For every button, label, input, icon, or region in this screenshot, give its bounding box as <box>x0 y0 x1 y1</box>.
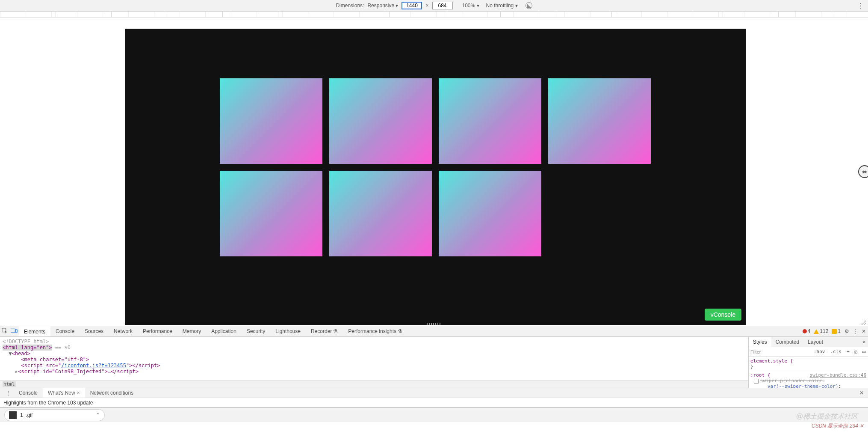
elements-dom-tree[interactable]: <!DOCTYPE html> <html lang="en"> == $0 ▼… <box>0 337 748 380</box>
file-thumb-icon <box>9 411 17 419</box>
download-shelf: 1_.gif ⌃ <box>0 407 868 422</box>
drawer-tab-whats-new[interactable]: What's New× <box>43 388 85 398</box>
devtools-tab-bar: Elements Console Sources Network Perform… <box>0 326 868 337</box>
warning-count-badge[interactable]: 112 <box>814 328 828 334</box>
devtools-drawer-tabs: ⋮ Console What's New× Network conditions… <box>0 388 868 398</box>
settings-gear-icon[interactable]: ⚙ <box>842 328 851 334</box>
gradient-tile <box>548 78 651 164</box>
devtools-body: <!DOCTYPE html> <html lang="en"> == $0 ▼… <box>0 337 868 388</box>
tab-recorder[interactable]: Recorder⚗ <box>306 326 343 336</box>
inspect-icon[interactable] <box>0 328 9 335</box>
cls-chip[interactable]: .cls <box>828 349 844 354</box>
drawer-tab-network-conditions[interactable]: Network conditions <box>85 388 139 398</box>
count: 4 <box>808 328 811 334</box>
styles-tab-styles[interactable]: Styles <box>749 337 771 347</box>
styles-filter-toolbar: :hov .cls + ⎚ ▭ <box>749 347 868 357</box>
tab-application[interactable]: Application <box>206 326 242 336</box>
tab-security[interactable]: Security <box>242 326 270 336</box>
issues-count-badge[interactable]: 1 <box>832 328 841 334</box>
dom-script1-line[interactable]: <script src="/iconfont.js?t=123455"></sc… <box>3 363 746 369</box>
breadcrumb-item[interactable]: html <box>3 381 16 387</box>
drawer-close-icon[interactable]: ✕ <box>855 390 868 396</box>
tab-sources[interactable]: Sources <box>80 326 109 336</box>
prop-checkbox[interactable] <box>754 379 759 384</box>
tab-elements[interactable]: Elements <box>19 326 50 336</box>
tab-console[interactable]: Console <box>50 326 80 336</box>
tab-label: Performance insights <box>348 328 396 334</box>
vconsole-button[interactable]: vConsole <box>705 309 741 321</box>
rotate-icon[interactable] <box>526 2 532 9</box>
device-preset-dropdown[interactable]: Responsive <box>367 3 398 9</box>
dom-breadcrumb[interactable]: html <box>0 380 748 388</box>
css-prop-name: swiper-preloader-color <box>760 378 823 384</box>
computed-toggle-icon[interactable]: ▭ <box>860 349 868 354</box>
count: 112 <box>820 328 828 334</box>
dom-meta-line[interactable]: <meta charset="utf-8"> <box>3 357 746 363</box>
times-icon: × <box>425 3 428 9</box>
svg-rect-1 <box>11 329 15 332</box>
count: 1 <box>838 328 841 334</box>
tile-grid <box>220 78 651 256</box>
watermark-csdn: CSDN 显示全部 234 ✕ <box>812 422 864 430</box>
flask-icon: ⚗ <box>333 328 338 334</box>
styles-filter-input[interactable] <box>749 348 811 355</box>
ruler-strip <box>0 12 868 18</box>
flask-icon: ⚗ <box>398 328 402 334</box>
styles-panel: Styles Computed Layout » :hov .cls + ⎚ ▭… <box>748 337 868 388</box>
drawer-kebab-icon[interactable]: ⋮ <box>3 390 14 396</box>
tab-network[interactable]: Network <box>109 326 138 336</box>
splitter-grip-icon[interactable] <box>427 323 441 325</box>
toggle-device-icon[interactable] <box>9 328 19 335</box>
gradient-tile <box>329 78 432 164</box>
dom-head-line[interactable]: ▼<head> <box>3 351 746 357</box>
throttling-dropdown[interactable]: No throttling <box>486 3 518 9</box>
gradient-tile <box>220 78 322 164</box>
zoom-dropdown[interactable]: 100% <box>462 3 479 9</box>
devtools-kebab-icon[interactable]: ⋮ <box>851 328 859 334</box>
close-devtools-icon[interactable]: ✕ <box>859 328 868 334</box>
tab-lighthouse[interactable]: Lighthouse <box>270 326 306 336</box>
responsive-preview-area: vConsole <box>0 18 868 326</box>
rule-selector: element.style { <box>750 358 793 364</box>
tab-label: What's New <box>48 390 75 396</box>
device-toolbar: Dimensions: Responsive × 100% No throttl… <box>0 0 868 12</box>
download-filename: 1_.gif <box>20 412 32 418</box>
css-prop-value: var(--swiper-theme-color) <box>768 384 838 388</box>
styles-tab-layout[interactable]: Layout <box>803 337 827 347</box>
styles-tab-bar: Styles Computed Layout » <box>749 337 868 347</box>
toggle-common-icon[interactable]: ⎚ <box>852 349 860 354</box>
styles-tab-computed[interactable]: Computed <box>771 337 803 347</box>
width-input[interactable] <box>402 2 422 9</box>
chevron-up-icon[interactable]: ⌃ <box>96 412 100 418</box>
kebab-menu-icon[interactable]: ⋮ <box>857 2 864 10</box>
gradient-tile <box>329 171 432 256</box>
resize-corner-icon[interactable] <box>860 319 866 325</box>
gradient-tile <box>439 78 541 164</box>
tab-performance-insights[interactable]: Performance insights⚗ <box>343 326 407 336</box>
styles-rules[interactable]: element.style { } swiper-bundle.css:46:r… <box>749 357 868 388</box>
close-tab-icon[interactable]: × <box>77 390 80 396</box>
dom-script2-line[interactable]: ▸<script id="Coin98_Injected">…</script> <box>3 369 746 375</box>
drawer-tab-console[interactable]: Console <box>14 388 43 398</box>
dimensions-label: Dimensions: <box>336 3 364 9</box>
error-count-badge[interactable]: 4 <box>803 328 811 334</box>
tab-performance[interactable]: Performance <box>138 326 177 336</box>
svg-rect-2 <box>15 329 17 332</box>
dom-doctype: <!DOCTYPE html> <box>3 339 746 345</box>
download-chip[interactable]: 1_.gif ⌃ <box>4 409 105 421</box>
gradient-tile <box>439 171 541 256</box>
styles-more-icon[interactable]: » <box>860 339 868 345</box>
device-frame: vConsole <box>125 29 746 325</box>
dom-html-line[interactable]: <html lang="en"> == $0 <box>3 345 746 351</box>
rule-selector: :root { <box>750 372 770 378</box>
frame-resize-handle[interactable] <box>858 165 868 178</box>
tab-memory[interactable]: Memory <box>177 326 206 336</box>
gradient-tile <box>220 171 322 256</box>
hov-chip[interactable]: :hov <box>811 349 828 354</box>
drawer-body: Highlights from the Chrome 103 update <box>0 398 868 407</box>
rule-source-link[interactable]: swiper-bundle.css:46 <box>810 372 866 378</box>
height-input[interactable] <box>432 2 453 9</box>
rule-close: } <box>750 364 866 369</box>
new-style-plus[interactable]: + <box>844 349 852 354</box>
tab-label: Recorder <box>311 328 332 334</box>
